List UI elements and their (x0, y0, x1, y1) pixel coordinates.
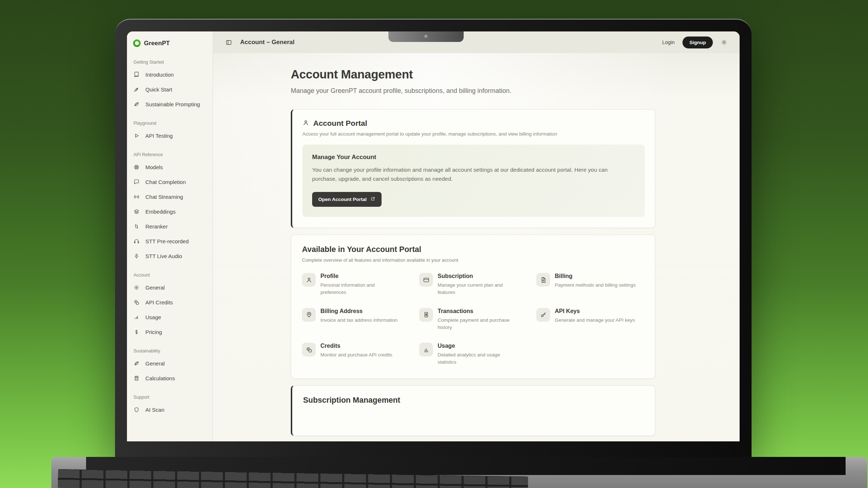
sidebar-item-embeddings[interactable]: Embeddings (132, 204, 209, 219)
feature-title: API Keys (555, 308, 635, 314)
feature-profile: Profile Personal information and prefere… (302, 273, 410, 296)
desktop-background: GreenPT Getting Started Introduction Qui… (0, 0, 868, 488)
sidebar-toggle-button[interactable] (225, 39, 232, 46)
sidebar-item-label: Models (145, 164, 163, 170)
shield-icon (133, 407, 140, 413)
sidebar-item-label: STT Live Audio (145, 253, 182, 259)
feature-title: Subscription (438, 273, 519, 279)
sidebar-section-playground: Playground (133, 121, 209, 126)
feature-title: Usage (438, 343, 519, 349)
laptop-screen-bezel: GreenPT Getting Started Introduction Qui… (115, 19, 752, 457)
sidebar-item-reranker[interactable]: Reranker (132, 219, 209, 234)
external-link-icon (370, 196, 375, 202)
document-icon (536, 273, 550, 287)
headphones-icon (133, 238, 140, 244)
sidebar-item-stt-pre-recorded[interactable]: STT Pre-recorded (132, 234, 209, 249)
user-icon (302, 273, 316, 287)
feature-credits: Credits Monitor and purchase API credits (302, 343, 410, 366)
portal-features-card: Available in Your Account Portal Complet… (291, 235, 655, 379)
sidebar-item-models[interactable]: Models (132, 160, 209, 175)
sidebar-item-label: Embeddings (145, 209, 175, 215)
manage-account-panel: Manage Your Account You can change your … (302, 145, 645, 217)
card-description: Access your full account management port… (302, 131, 645, 137)
key-icon (536, 308, 550, 322)
feature-title: Billing (555, 273, 636, 279)
app-window: GreenPT Getting Started Introduction Qui… (127, 31, 740, 441)
sidebar-item-label: General (145, 360, 165, 367)
sidebar-item-api-credits[interactable]: API Credits (132, 295, 209, 310)
sidebar-item-pricing[interactable]: Pricing (132, 325, 209, 339)
sidebar-item-account-general[interactable]: General (132, 280, 209, 295)
login-link[interactable]: Login (662, 39, 675, 45)
sidebar-item-label: STT Pre-recorded (145, 238, 189, 244)
signup-button[interactable]: Signup (682, 37, 713, 48)
feature-desc: Payment methods and billing settings (555, 282, 636, 289)
sidebar-item-label: Introduction (145, 72, 174, 78)
panel-title: Manage Your Account (312, 154, 635, 161)
sidebar-item-ai-scan[interactable]: AI Scan (132, 402, 209, 417)
feature-usage: Usage Detailed analytics and usage stati… (419, 343, 527, 366)
dollar-icon (133, 329, 140, 335)
brand-name: GreenPT (144, 40, 170, 47)
calculator-icon (133, 375, 140, 381)
green-ring-icon (133, 39, 141, 47)
panel-body: You can change your profile information … (312, 165, 623, 183)
feature-subscription: Subscription Manage your current plan an… (419, 273, 527, 296)
feature-billing: Billing Payment methods and billing sett… (536, 273, 644, 296)
leaf-icon (133, 101, 140, 107)
brand-logo[interactable]: GreenPT (132, 39, 209, 51)
sidebar-item-quick-start[interactable]: Quick Start (132, 82, 209, 97)
sidebar-item-api-testing[interactable]: API Testing (132, 128, 209, 143)
feature-desc: Generate and manage your API keys (555, 317, 635, 324)
coins-icon (302, 343, 316, 356)
card-title: Subscription Management (303, 396, 644, 405)
feature-title: Transactions (438, 308, 519, 314)
user-icon (302, 119, 309, 128)
sidebar-section-api-reference: API Reference (133, 152, 209, 157)
sidebar-item-label: Quick Start (145, 86, 172, 93)
play-icon (133, 133, 140, 139)
feature-desc: Invoice and tax address information (320, 317, 397, 324)
feature-desc: Complete payment and purchase history (438, 317, 519, 331)
sidebar: GreenPT Getting Started Introduction Qui… (127, 31, 213, 441)
sidebar-item-label: General (145, 284, 165, 291)
sidebar-item-label: API Testing (145, 133, 173, 139)
sidebar-item-chat-completion[interactable]: Chat Completion (132, 175, 209, 189)
sidebar-item-label: Chat Completion (145, 179, 186, 185)
credit-card-icon (419, 273, 433, 287)
sort-arrows-icon (133, 223, 140, 230)
leaf-icon (133, 360, 140, 367)
button-label: Open Account Portal (318, 197, 367, 202)
open-account-portal-button[interactable]: Open Account Portal (312, 192, 382, 207)
bar-chart-icon (419, 343, 433, 356)
sidebar-item-sustainable-prompting[interactable]: Sustainable Prompting (132, 97, 209, 112)
sidebar-section-account: Account (133, 273, 209, 278)
card-title: Available in Your Account Portal (302, 245, 644, 254)
sidebar-item-calculations[interactable]: Calculations (132, 371, 209, 386)
layers-icon (133, 209, 140, 215)
page-breadcrumb-title: Account – General (240, 39, 294, 46)
sidebar-item-label: API Credits (145, 299, 173, 305)
map-pin-icon (302, 308, 316, 322)
sun-icon[interactable] (721, 39, 727, 46)
feature-desc: Monitor and purchase API credits (320, 351, 392, 359)
sidebar-item-introduction[interactable]: Introduction (132, 67, 209, 82)
page-title: Account Management (291, 68, 655, 81)
sidebar-item-chat-streaming[interactable]: Chat Streaming (132, 189, 209, 204)
card-title: Account Portal (313, 119, 367, 128)
broadcast-icon (133, 194, 140, 200)
laptop-base (51, 457, 867, 488)
feature-desc: Manage your current plan and features (438, 282, 519, 296)
sidebar-item-sustainability-general[interactable]: General (132, 356, 209, 371)
sidebar-section-getting-started: Getting Started (133, 60, 209, 65)
feature-desc: Personal information and preferences (320, 282, 402, 296)
page-subtitle: Manage your GreenPT account profile, sub… (291, 87, 655, 95)
main-column: Account – General Login Signup Account M… (213, 31, 740, 441)
feature-transactions: Transactions Complete payment and purcha… (419, 308, 527, 331)
feature-billing-address: Billing Address Invoice and tax address … (302, 308, 410, 331)
features-grid: Profile Personal information and prefere… (302, 273, 644, 366)
account-portal-card: Account Portal Access your full account … (291, 109, 655, 228)
feature-title: Credits (320, 343, 392, 349)
sidebar-item-stt-live-audio[interactable]: STT Live Audio (132, 249, 209, 264)
sidebar-item-usage[interactable]: Usage (132, 310, 209, 325)
